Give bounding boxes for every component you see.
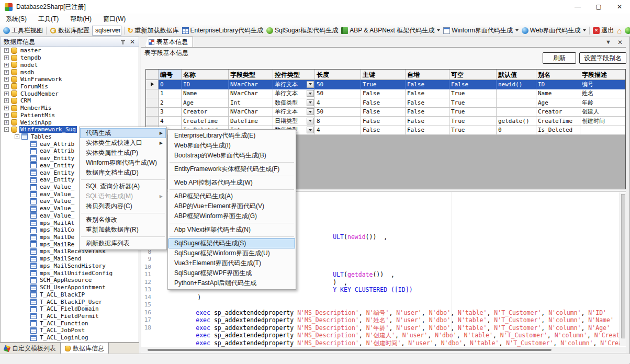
cell-default[interactable]: getdate()	[497, 117, 536, 126]
submenu-item[interactable]	[170, 162, 294, 163]
cell-control-type[interactable]: 单行文本	[273, 108, 315, 117]
tree-expander[interactable]: +	[4, 48, 9, 53]
submenu-item[interactable]: Web API控制器代码生成(W)	[168, 178, 295, 188]
context-menu-item[interactable]	[81, 236, 165, 237]
cell-description[interactable]: 年龄	[580, 98, 626, 108]
cell-control-type[interactable]: 日期类型	[273, 117, 315, 126]
reload-db-button[interactable]: ↻ 重新加载数据库	[126, 25, 181, 36]
cell-dropdown-button[interactable]	[307, 108, 314, 115]
tree-item[interactable]: + WeixinApp	[1, 119, 139, 126]
tree-item[interactable]: + msdb	[1, 69, 139, 76]
tree-item[interactable]: T_ACL_FieldPermit	[1, 313, 139, 320]
refresh-button[interactable]: 刷新	[543, 52, 576, 64]
context-menu-item[interactable]: Winform界面代码生成(W)	[80, 158, 166, 168]
context-menu-item[interactable]	[81, 179, 165, 180]
grid-column-header[interactable]: 自增	[406, 70, 449, 80]
submenu-item[interactable]: SqlSugar框架代码生成(S)	[168, 238, 295, 248]
row-indicator[interactable]	[146, 98, 159, 108]
toolbar-view-button[interactable]: 工具栏视图	[2, 25, 44, 36]
cell-field-type[interactable]: Int	[229, 98, 273, 108]
grid-column-header[interactable]: 别名	[536, 70, 580, 80]
context-menu-item[interactable]: 实体类属性生成(P)	[80, 148, 166, 158]
set-field-alias-button[interactable]: 设置字段别名	[579, 52, 626, 64]
tree-item[interactable]: T_ACL_BlackIP_User	[1, 298, 139, 305]
submenu-item[interactable]	[170, 176, 294, 176]
cell-nullable[interactable]: True	[449, 126, 497, 135]
cell-number[interactable]: 2	[159, 98, 182, 108]
cell-description[interactable]: 姓名	[580, 89, 626, 99]
cell-number[interactable]: 1	[159, 89, 182, 99]
cell-length[interactable]: 50	[315, 108, 361, 117]
cell-default[interactable]	[497, 98, 536, 108]
row-indicator[interactable]	[146, 89, 159, 99]
cell-default[interactable]	[497, 89, 536, 99]
table-row[interactable]: 4 CreateTime DateTime 日期类型 8 False False…	[146, 117, 625, 126]
tree-item[interactable]: mps_MailUnifiedConfig	[1, 269, 139, 277]
grid-column-header[interactable]: 名称	[182, 70, 229, 80]
tab-database-info[interactable]: 数据库信息	[60, 342, 109, 354]
minimize-button[interactable]: —	[567, 0, 588, 14]
tree-expander[interactable]: -	[4, 127, 9, 132]
context-menu-item[interactable]: 重新加载数据库(R)	[80, 225, 166, 235]
tree-item[interactable]: + PatientMis	[1, 111, 139, 119]
submenu-item[interactable]: Bootstrap的Web界面代码生成(B)	[168, 151, 295, 161]
web-gen-button[interactable]: Web界面代码生成	[520, 25, 588, 36]
row-indicator[interactable]	[146, 108, 159, 117]
editor-vertical-scrollbar[interactable]	[620, 192, 626, 346]
menu-bar-item[interactable]: 系统(S)	[0, 14, 32, 25]
menu-bar-item[interactable]: 工具(T)	[32, 14, 64, 25]
editor-horizontal-scrollbar[interactable]	[141, 347, 626, 352]
tab-table-basic-info[interactable]: 表基本信息	[145, 37, 193, 47]
cell-default[interactable]	[497, 108, 536, 117]
cell-name[interactable]: Age	[182, 98, 229, 108]
tree-item[interactable]: T_ACL_BlackIP	[1, 291, 139, 298]
cell-primary-key[interactable]: False	[361, 108, 406, 117]
cell-control-type[interactable]: 单行文本	[273, 89, 315, 99]
cell-control-type[interactable]: 数值类型	[273, 98, 315, 108]
grid-column-header[interactable]: 可空	[449, 70, 497, 80]
table-row[interactable]: 1 Name NVarChar 单行文本 50 False False True…	[146, 89, 625, 99]
context-menu-item[interactable]	[81, 213, 165, 213]
tree-expander[interactable]: +	[4, 55, 9, 60]
cell-alias[interactable]: Age	[536, 98, 580, 108]
tree-expander[interactable]: +	[4, 98, 9, 103]
vertical-scrollbar-thumb[interactable]	[621, 194, 625, 338]
tree-item[interactable]: SCH_UserAppointment	[1, 284, 139, 291]
tree-item[interactable]: + MemberMis	[1, 105, 139, 112]
cell-length[interactable]: 8	[315, 117, 361, 126]
feed-button[interactable]	[623, 26, 630, 35]
tree-expander[interactable]: +	[4, 84, 9, 89]
submenu-item[interactable]: ABP框架Winform界面生成(G)	[168, 211, 295, 221]
close-button[interactable]: ✕	[609, 0, 630, 14]
cell-field-type[interactable]: NVarChar	[229, 89, 273, 99]
table-row[interactable]: 3 Creator NVarChar 单行文本 50 False False T…	[146, 108, 625, 117]
cell-nullable[interactable]: True	[449, 98, 497, 108]
tree-item[interactable]: + model	[1, 61, 139, 69]
cell-primary-key[interactable]: False	[361, 126, 406, 135]
document-close-icon[interactable]: ✕	[617, 39, 623, 46]
context-menu-item[interactable]: 拷贝列表内容(C)	[80, 201, 166, 211]
tab-list-icon[interactable]: ▼	[605, 39, 611, 45]
table-row[interactable]: 0 ID NVarChar 单行文本 50 True False False n…	[146, 80, 625, 89]
context-menu-item[interactable]: 数据库文档生成(D)	[80, 168, 166, 178]
cell-description[interactable]: 创建时间	[580, 117, 626, 126]
grid-column-header[interactable]: 字段类型	[229, 70, 273, 80]
grid-column-header[interactable]: 字段描述	[580, 70, 626, 80]
context-menu-item[interactable]: SQL 查询分析器(A)	[80, 181, 166, 191]
cell-description[interactable]: 编号	[580, 80, 626, 89]
cell-primary-key[interactable]: False	[361, 89, 406, 99]
submenu-item[interactable]: ABP的Vue+Element界面代码(V)	[168, 201, 295, 211]
context-menu-item[interactable]: 实体类生成快速入口 ▶	[80, 138, 166, 148]
tree-item[interactable]: + ForumMis	[1, 83, 139, 90]
submenu-item[interactable]: Abp VNext框架代码生成(N)	[168, 225, 295, 235]
cell-nullable[interactable]: False	[449, 80, 497, 89]
grid-column-header[interactable]: 长度	[315, 70, 361, 80]
cell-length[interactable]: 50	[315, 80, 361, 89]
submenu-item[interactable]: EnterpriseLibrary代码生成(E)	[168, 131, 295, 141]
cell-primary-key[interactable]: False	[361, 117, 406, 126]
row-indicator[interactable]	[146, 117, 159, 126]
cell-identity[interactable]: False	[406, 89, 449, 99]
tree-expander[interactable]: -	[15, 134, 19, 139]
cell-default[interactable]: 0	[497, 126, 536, 135]
cell-alias[interactable]: Name	[536, 89, 580, 99]
